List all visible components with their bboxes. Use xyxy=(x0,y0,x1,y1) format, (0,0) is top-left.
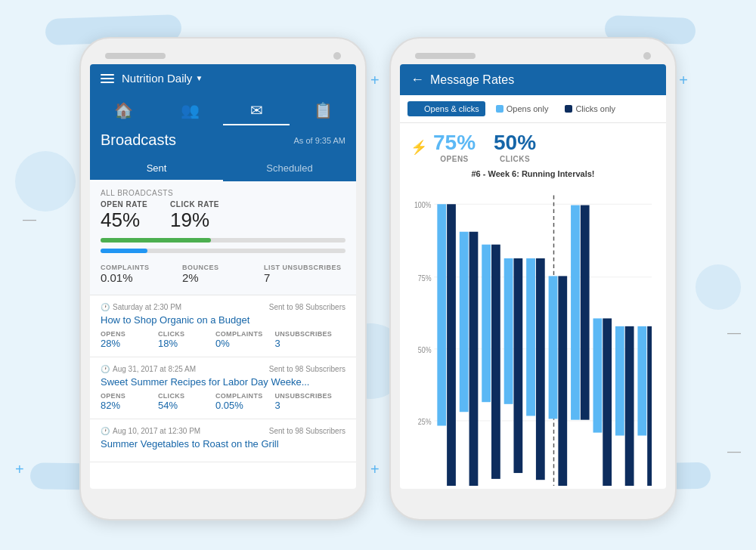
phones-container: Nutrition Daily ▼ 🏠 👥 ✉ 📋 Broadcasts As … xyxy=(79,37,677,521)
svg-rect-30 xyxy=(647,326,652,486)
nav-tab-users[interactable]: 👥 xyxy=(156,97,223,125)
back-arrow-icon[interactable]: ← xyxy=(411,72,424,88)
b1-unsubscribes: UNSUBSCRIBES 3 xyxy=(275,330,333,349)
broadcast-meta-1: 🕐 Saturday at 2:30 PM Sent to 98 Subscri… xyxy=(101,303,345,311)
phone-camera-2 xyxy=(643,52,651,60)
broadcast-title-2[interactable]: Sweet Summer Recipes for Labor Day Weeke… xyxy=(101,376,345,388)
b2-unsubscribes-value: 3 xyxy=(275,400,333,411)
click-rate-value: 19% xyxy=(170,209,219,232)
broadcast-item-3: 🕐 Aug 10, 2017 at 12:30 PM Sent to 98 Su… xyxy=(90,419,356,462)
phone-top-bar-1 xyxy=(90,48,356,64)
opens-big-label: OPENS xyxy=(440,155,469,163)
svg-rect-22 xyxy=(558,276,567,486)
b1-unsubscribes-value: 3 xyxy=(275,338,333,349)
svg-rect-28 xyxy=(625,326,634,486)
open-rate-value: 45% xyxy=(101,209,147,232)
clicks-big-stat: 50% CLICKS xyxy=(494,131,536,163)
bounces-value: 2% xyxy=(182,271,264,284)
b1-opens: OPENS 28% xyxy=(101,330,146,349)
broadcast-sent-to-1: Sent to 98 Subscribers xyxy=(269,303,345,311)
nav-tab-home[interactable]: 🏠 xyxy=(90,97,156,125)
svg-rect-14 xyxy=(482,245,491,403)
svg-rect-21 xyxy=(549,276,558,419)
bounces-label: BOUNCES xyxy=(182,264,264,271)
svg-rect-29 xyxy=(637,326,646,436)
filter-tab-clicks-only[interactable]: Clicks only xyxy=(559,101,621,116)
open-rate-progress xyxy=(101,238,345,243)
broadcast-sent-to-2: Sent to 98 Subscribers xyxy=(269,365,345,373)
app-header: Nutrition Daily ▼ xyxy=(90,64,356,92)
broadcast-meta-left-1: 🕐 Saturday at 2:30 PM xyxy=(101,303,181,311)
b2-opens-value: 82% xyxy=(101,400,146,411)
b2-clicks: CLICKS 54% xyxy=(158,392,203,411)
minus-decoration: — xyxy=(727,325,741,341)
stats-display: ⚡ 75% OPENS 50% CLICKS xyxy=(400,123,666,168)
phone-screen-2: ← Message Rates Opens & clicks Opens onl… xyxy=(400,64,666,489)
opens-big-value: 75% xyxy=(433,131,476,155)
b2-complaints-value: 0.05% xyxy=(215,400,263,411)
tab-scheduled[interactable]: Scheduled xyxy=(223,156,356,181)
broadcast-meta-left-3: 🕐 Aug 10, 2017 at 12:30 PM xyxy=(101,427,200,435)
filter-tab-opens-only[interactable]: Opens only xyxy=(490,101,555,116)
dropdown-arrow-icon[interactable]: ▼ xyxy=(195,74,203,82)
broadcast-meta-2: 🕐 Aug 31, 2017 at 8:25 AM Sent to 98 Sub… xyxy=(101,365,345,373)
all-broadcasts-label: ALL BROADCASTS xyxy=(101,189,345,197)
broadcast-item-2: 🕐 Aug 31, 2017 at 8:25 AM Sent to 98 Sub… xyxy=(90,357,356,419)
complaints-label: COMPLAINTS xyxy=(101,264,182,271)
svg-text:100%: 100% xyxy=(414,200,432,209)
phone-speaker-1 xyxy=(105,53,166,59)
b2-clicks-value: 54% xyxy=(158,400,203,411)
list-unsubscribes-value: 7 xyxy=(264,271,345,284)
phone-broadcasts: Nutrition Daily ▼ 🏠 👥 ✉ 📋 Broadcasts As … xyxy=(79,37,367,521)
phone-speaker-2 xyxy=(415,53,476,59)
message-rates-header: ← Message Rates xyxy=(400,64,666,95)
active-message-name: #6 - Week 6: Running Intervals! xyxy=(400,168,666,184)
complaints-stat: COMPLAINTS 0.01% xyxy=(101,264,182,284)
app-title-text: Nutrition Daily xyxy=(122,72,192,85)
filter-dot-opens-clicks xyxy=(414,105,421,113)
click-rate-progress xyxy=(101,249,345,253)
svg-text:75%: 75% xyxy=(418,273,432,283)
filter-tab-opens-clicks-label: Opens & clicks xyxy=(424,104,479,113)
svg-rect-16 xyxy=(504,258,513,404)
broadcasts-header: Broadcasts As of 9:35 AM xyxy=(90,125,356,156)
nav-tab-broadcasts[interactable]: ✉ xyxy=(223,97,290,125)
phone-screen-1: Nutrition Daily ▼ 🏠 👥 ✉ 📋 Broadcasts As … xyxy=(90,64,356,489)
stats-section: ALL BROADCASTS OPEN RATE 45% CLICK RATE … xyxy=(90,181,356,295)
tab-sent[interactable]: Sent xyxy=(90,156,223,181)
b1-clicks-value: 18% xyxy=(158,338,203,349)
svg-rect-25 xyxy=(593,318,603,432)
broadcast-sent-to-3: Sent to 98 Subscribers xyxy=(269,427,345,435)
b1-complaints-value: 0% xyxy=(215,338,263,349)
svg-rect-15 xyxy=(491,245,500,479)
broadcast-title-1[interactable]: How to Shop Organic on a Budget xyxy=(101,314,345,326)
nav-tab-reports[interactable]: 📋 xyxy=(290,97,356,125)
filter-tab-opens-only-label: Opens only xyxy=(507,104,549,113)
broadcast-item-1: 🕐 Saturday at 2:30 PM Sent to 98 Subscri… xyxy=(90,295,356,357)
svg-text:50%: 50% xyxy=(418,345,432,354)
svg-text:25%: 25% xyxy=(418,417,432,426)
broadcast-title-3[interactable]: Summer Vegetables to Roast on the Grill xyxy=(101,438,345,450)
b1-complaints: COMPLAINTS 0% xyxy=(215,330,263,349)
b2-opens: OPENS 82% xyxy=(101,392,146,411)
broadcast-stats-row-1: OPENS 28% CLICKS 18% COMPLAINTS 0% UNS xyxy=(101,330,345,349)
svg-rect-11 xyxy=(447,204,456,486)
open-rate-block: OPEN RATE 45% xyxy=(101,200,147,232)
bar-chart: 100% 75% 50% 25% 0% xyxy=(411,190,655,486)
svg-rect-10 xyxy=(437,204,446,425)
plus-decoration: + xyxy=(15,461,24,478)
filter-tab-opens-clicks[interactable]: Opens & clicks xyxy=(407,101,485,116)
svg-rect-26 xyxy=(603,318,612,486)
click-rate-bar xyxy=(101,249,147,253)
minus-decoration: — xyxy=(727,443,741,459)
svg-rect-18 xyxy=(526,258,535,416)
app-title: Nutrition Daily ▼ xyxy=(122,72,203,85)
phone-top-bar-2 xyxy=(400,48,666,64)
broadcast-date-3: Aug 10, 2017 at 12:30 PM xyxy=(113,427,200,435)
click-rate-block: CLICK RATE 19% xyxy=(170,200,219,232)
open-rate-bar xyxy=(101,238,211,243)
message-rates-title: Message Rates xyxy=(430,73,514,87)
svg-rect-17 xyxy=(513,258,522,473)
hamburger-menu-button[interactable] xyxy=(101,74,114,83)
broadcast-list[interactable]: 🕐 Saturday at 2:30 PM Sent to 98 Subscri… xyxy=(90,295,356,489)
